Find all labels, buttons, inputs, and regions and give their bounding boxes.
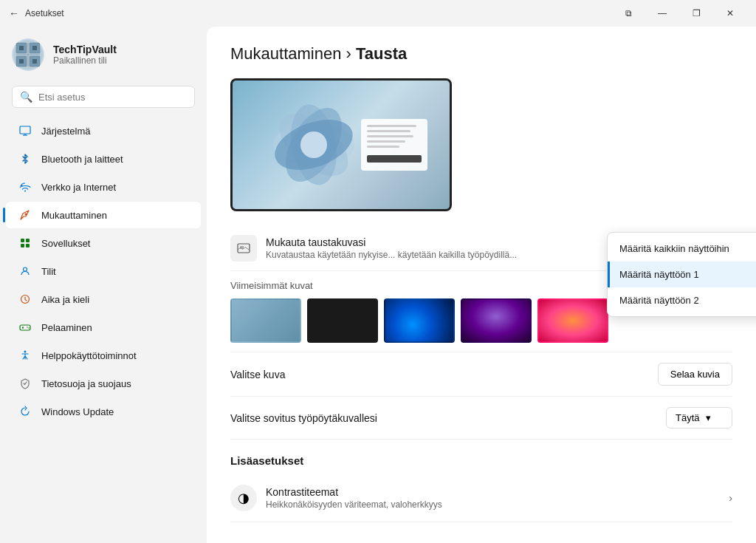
maximize-button[interactable]: ❐ [679, 1, 713, 25]
sidebar-item-bluetooth[interactable]: Bluetooth ja laitteet [6, 146, 201, 172]
svg-rect-17 [26, 239, 30, 242]
fit-dropdown[interactable]: Täytä ▾ [666, 407, 732, 428]
profile-info: TechTipVault Paikallinen tili [53, 44, 117, 66]
back-icon: ← [9, 7, 19, 19]
svg-point-14 [24, 191, 26, 192]
fit-dropdown-arrow-icon: ▾ [706, 412, 711, 423]
background-setting-desc: Kuvataustaa käytetään nykyise... käytetä… [266, 250, 636, 260]
thumbnail-3[interactable] [384, 298, 455, 343]
accessibility-icon [18, 348, 32, 363]
thumbnail-4[interactable] [461, 298, 532, 343]
background-setting-title: Mukauta taustakuvasi [266, 236, 636, 248]
svg-rect-9 [19, 59, 24, 64]
preview-background [233, 81, 450, 209]
svg-rect-8 [32, 46, 37, 50]
app-container: TechTipVault Paikallinen tili 🔍 Järjeste… [0, 27, 756, 543]
preview-window-card [361, 119, 427, 171]
sidebar-item-update[interactable]: Windows Update [6, 398, 201, 425]
contrast-desc: Heikkonäköisyyden väriteemat, valoherkky… [266, 499, 729, 510]
privacy-icon [18, 376, 32, 391]
background-setting-icon [230, 235, 257, 262]
sidebar-item-apps-label: Sovellukset [41, 238, 90, 249]
accounts-icon [18, 264, 32, 279]
network-icon [18, 180, 32, 194]
contrast-title: Kontrastiteemat [266, 486, 729, 498]
sidebar-item-personalize-label: Mukauttaminen [41, 210, 107, 221]
search-input[interactable] [38, 92, 187, 103]
sidebar-item-accessibility-label: Helppokäyttötoiminnot [41, 350, 137, 361]
sidebar-item-accounts-label: Tilit [41, 266, 56, 277]
sidebar-item-accounts[interactable]: Tilit [6, 258, 201, 284]
titlebar-title: Asetukset [25, 8, 64, 18]
search-icon: 🔍 [20, 91, 32, 103]
sidebar-item-privacy-label: Tietosuoja ja suojaus [41, 378, 131, 389]
minimize-button[interactable]: — [645, 1, 679, 25]
sidebar-item-system-label: Järjestelmä [41, 126, 90, 137]
breadcrumb-parent: Mukauttaminen [230, 44, 341, 63]
svg-rect-19 [26, 244, 30, 247]
context-menu-item-0[interactable]: Määritä kaikkiin näyttöihin [608, 236, 756, 262]
svg-rect-10 [32, 59, 37, 64]
page-header: Mukauttaminen › Tausta [230, 44, 732, 64]
fit-label: Valitse sovitus työpöytäkuvallesi [230, 412, 666, 424]
close-button[interactable]: ✕ [713, 1, 747, 25]
background-setting-text: Mukauta taustakuvasi Kuvataustaa käytetä… [266, 236, 636, 260]
sidebar-item-system[interactable]: Järjestelmä [6, 117, 201, 144]
search-box[interactable]: 🔍 [12, 86, 195, 108]
svg-rect-7 [19, 46, 24, 50]
chevron-right-icon: › [729, 492, 732, 504]
svg-point-34 [300, 132, 327, 158]
breadcrumb-sep: › [346, 44, 356, 63]
thumbnail-1[interactable] [230, 298, 301, 343]
apps-icon [18, 236, 32, 250]
system-icon [18, 123, 32, 138]
contrast-icon: ◑ [230, 485, 257, 511]
svg-point-26 [27, 327, 27, 327]
sidebar-profile: TechTipVault Paikallinen tili [0, 33, 207, 83]
titlebar-controls: ⧉ — ❐ ✕ [611, 1, 747, 25]
additional-section-title: Lisäasetukset [230, 454, 732, 467]
sidebar-item-accessibility[interactable]: Helppokäyttötoiminnot [6, 342, 201, 369]
sidebar: TechTipVault Paikallinen tili 🔍 Järjeste… [0, 27, 207, 543]
update-icon [18, 404, 32, 419]
content-area: Mukauttaminen › Tausta [207, 27, 756, 543]
svg-rect-11 [20, 126, 30, 134]
browse-label: Valitse kuva [230, 369, 658, 380]
svg-point-15 [25, 214, 27, 216]
browse-button[interactable]: Selaa kuvia [658, 363, 732, 386]
svg-point-28 [24, 351, 27, 353]
sidebar-item-bluetooth-label: Bluetooth ja laitteet [41, 154, 123, 165]
titlebar: ← Asetukset ⧉ — ❐ ✕ [0, 0, 756, 27]
pip-button[interactable]: ⧉ [611, 1, 645, 25]
background-preview [230, 78, 452, 211]
background-setting-row: Mukauta taustakuvasi Kuvataustaa käytetä… [230, 226, 732, 271]
sidebar-item-time-label: Aika ja kieli [41, 294, 89, 305]
fit-value: Täytä [676, 412, 700, 423]
svg-rect-18 [21, 244, 24, 247]
personalize-icon [18, 208, 32, 222]
profile-subtitle: Paikallinen tili [53, 55, 117, 66]
contrast-text: Kontrastiteemat Heikkonäköisyyden värite… [266, 486, 729, 510]
svg-point-20 [24, 267, 27, 271]
context-menu: Määritä kaikkiin näyttöihin Määritä näyt… [607, 232, 756, 317]
page-title: Tausta [356, 44, 407, 63]
sidebar-item-network[interactable]: Verkko ja Internet [6, 174, 201, 200]
contrast-themes-row[interactable]: ◑ Kontrastiteemat Heikkonäköisyyden väri… [230, 474, 732, 522]
sidebar-item-update-label: Windows Update [41, 406, 114, 417]
sidebar-item-time[interactable]: Aika ja kieli [6, 286, 201, 313]
context-menu-item-2[interactable]: Määritä näyttöön 2 [608, 287, 756, 313]
sidebar-item-gaming-label: Pelaaminen [41, 322, 92, 333]
svg-rect-16 [21, 239, 24, 242]
browse-image-row: Valitse kuva Selaa kuvia [230, 352, 732, 397]
thumbnail-2[interactable] [307, 298, 378, 343]
gaming-icon [18, 320, 32, 335]
time-icon [18, 292, 32, 307]
sidebar-item-privacy[interactable]: Tietosuoja ja suojaus [6, 370, 201, 397]
context-menu-item-1[interactable]: Määritä näyttöön 1 [608, 262, 756, 287]
fit-row: Valitse sovitus työpöytäkuvallesi Täytä … [230, 397, 732, 440]
preview-flower-decoration [255, 86, 373, 204]
sidebar-item-gaming[interactable]: Pelaaminen [6, 314, 201, 341]
sidebar-item-personalize[interactable]: Mukauttaminen [6, 202, 201, 228]
sidebar-item-apps[interactable]: Sovellukset [6, 230, 201, 256]
thumbnail-5[interactable] [537, 298, 608, 343]
